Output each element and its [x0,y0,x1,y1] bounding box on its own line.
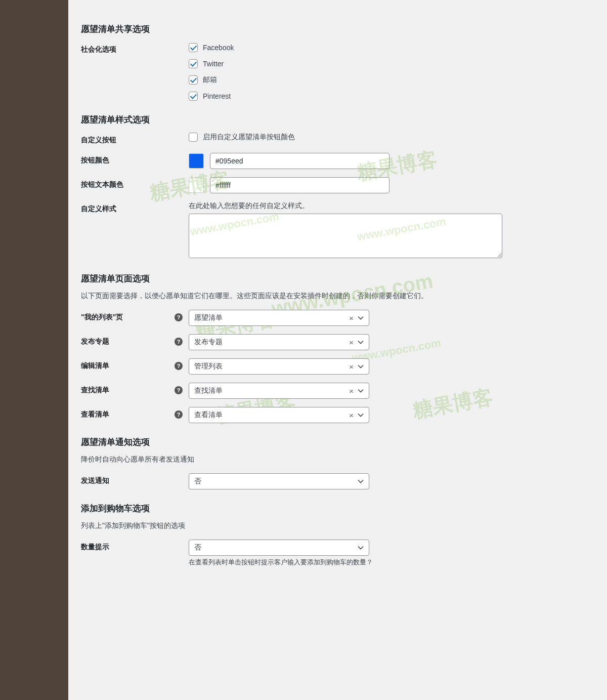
label-find: 查找清单 [81,386,109,395]
checkbox-facebook-input[interactable] [189,43,198,52]
note-custom-css: 在此处输入您想要的任何自定义样式。 [189,201,592,211]
label-my-lists: "我的列表"页 [81,313,123,322]
clear-icon[interactable]: × [349,314,354,322]
label-edit: 编辑清单 [81,361,109,370]
checkbox-pinterest-label: Pinterest [203,92,231,100]
label-custom-css: 自定义样式 [81,201,189,214]
label-button-text-color: 按钮文本颜色 [81,177,189,189]
input-button-text-color[interactable] [210,177,389,193]
section-title-notify: 愿望清单通知选项 [81,436,592,448]
section-title-cart: 添加到购物车选项 [81,503,592,514]
checkbox-pinterest[interactable]: Pinterest [189,92,592,101]
admin-sidebar [0,0,68,700]
input-button-color[interactable] [210,153,389,169]
checkbox-email-input[interactable] [189,75,198,85]
label-social: 社会化选项 [81,42,189,54]
checkbox-pinterest-input[interactable] [189,92,198,101]
clear-icon[interactable]: × [349,411,354,420]
section-title-share: 愿望清单共享选项 [81,23,592,35]
swatch-button-color[interactable] [189,153,204,169]
select-find-value: 查找清单 [194,386,223,395]
label-view: 查看清单 [81,410,109,419]
help-icon[interactable]: ? [175,338,183,346]
select-edit-value: 管理列表 [194,362,223,371]
checkbox-facebook-label: Facebook [203,44,234,52]
label-button-color: 按钮颜色 [81,153,189,165]
checkbox-custom-button[interactable]: 启用自定义愿望清单按钮颜色 [189,133,592,142]
select-send-notify-value: 否 [194,477,201,486]
help-icon[interactable]: ? [175,313,183,321]
select-qty-prompt[interactable]: 否 [189,540,369,556]
clear-icon[interactable]: × [349,362,354,371]
chevron-down-icon [358,412,364,418]
chevron-down-icon [358,478,364,484]
clear-icon[interactable]: × [349,338,354,347]
desc-notify: 降价时自动向心愿单所有者发送通知 [81,455,592,464]
desc-pages: 以下页面需要选择，以便心愿单知道它们在哪里。这些页面应该是在安装插件时创建的，否… [81,292,592,301]
clear-icon[interactable]: × [349,387,354,395]
chevron-down-icon [358,339,364,345]
select-qty-prompt-value: 否 [194,543,201,552]
checkbox-facebook[interactable]: Facebook [189,43,592,52]
settings-content: 糖果博客 糖果博客 www.wpocn.com www.wpocn.com ww… [68,0,607,700]
select-create[interactable]: 发布专题 × [189,334,369,350]
chevron-down-icon [358,388,364,394]
checkbox-twitter-input[interactable] [189,59,198,68]
section-title-pages: 愿望清单页面选项 [81,273,592,284]
checkbox-email[interactable]: 邮箱 [189,75,592,85]
chevron-down-icon [358,363,364,369]
select-find[interactable]: 查找清单 × [189,383,369,399]
checkbox-custom-button-input[interactable] [189,133,198,142]
subnote-qty-prompt: 在查看列表时单击按钮时提示客户输入要添加到购物车的数量？ [189,558,592,567]
chevron-down-icon [358,545,364,551]
checkbox-email-label: 邮箱 [203,75,217,85]
label-custom-button: 自定义按钮 [81,133,189,145]
checkbox-twitter-label: Twitter [203,60,224,68]
checkbox-custom-button-label: 启用自定义愿望清单按钮颜色 [203,133,295,142]
select-create-value: 发布专题 [194,338,223,347]
select-my-lists[interactable]: 愿望清单 × [189,310,369,326]
label-qty-prompt: 数量提示 [81,540,189,552]
checkbox-twitter[interactable]: Twitter [189,59,592,68]
swatch-button-text-color[interactable] [189,178,204,193]
help-icon[interactable]: ? [175,410,183,419]
textarea-custom-css[interactable] [189,214,502,258]
select-edit[interactable]: 管理列表 × [189,358,369,375]
chevron-down-icon [358,315,364,321]
select-my-lists-value: 愿望清单 [194,313,223,322]
label-create: 发布专题 [81,337,109,346]
section-title-style: 愿望清单样式选项 [81,114,592,126]
label-send-notify: 发送通知 [81,473,189,485]
help-icon[interactable]: ? [175,386,183,394]
desc-cart: 列表上"添加到购物车"按钮的选项 [81,521,592,530]
select-view-value: 查看清单 [194,410,223,420]
select-view[interactable]: 查看清单 × [189,407,369,423]
help-icon[interactable]: ? [175,362,183,370]
select-send-notify[interactable]: 否 [189,473,369,489]
